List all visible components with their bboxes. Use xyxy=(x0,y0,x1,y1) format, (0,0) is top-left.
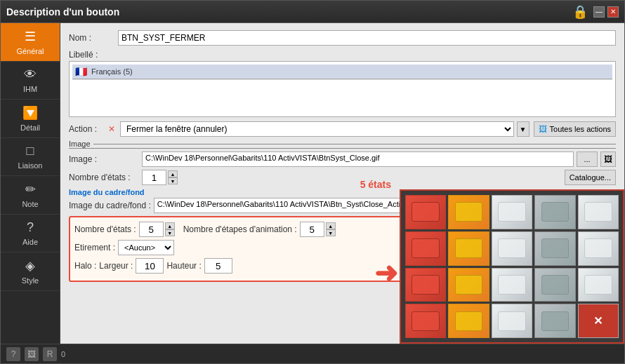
preview-cell[interactable] xyxy=(534,195,575,229)
btn-shape xyxy=(584,238,612,258)
preview-cell[interactable] xyxy=(492,268,532,302)
nb-etats-input[interactable] xyxy=(139,222,164,237)
window-title: Description d'un bouton xyxy=(6,6,119,18)
nb-etapes-up[interactable]: ▲ xyxy=(326,222,336,229)
nb-etapes-spinner-btns: ▲ ▼ xyxy=(326,222,336,236)
cadre-section-label: Image du cadre/fond xyxy=(69,188,145,196)
toutes-actions-label: Toutes les actions xyxy=(550,125,611,133)
sidebar-item-ihm[interactable]: 👁 IHM xyxy=(1,62,60,100)
nombre-etats-up[interactable]: ▲ xyxy=(168,170,178,177)
preview-cell[interactable] xyxy=(578,231,619,266)
image-section-label: Image xyxy=(69,140,91,148)
nombre-etats-down[interactable]: ▼ xyxy=(168,177,178,184)
sidebar-item-liaison[interactable]: □ Liaison xyxy=(1,138,60,176)
flag-icon: 🇫🇷 xyxy=(75,66,87,77)
btn-shape xyxy=(455,311,482,331)
cadre-image-label: Image du cadre/fond : xyxy=(69,201,151,210)
preview-cell[interactable] xyxy=(578,268,619,302)
bottom-help-button[interactable]: ? xyxy=(6,347,20,361)
preview-cell[interactable] xyxy=(578,195,619,229)
toutes-actions-button[interactable]: 🖼 Toutes les actions xyxy=(534,121,616,137)
close-button[interactable]: ✕ xyxy=(607,6,619,18)
large-arrow-icon: ➜ xyxy=(374,257,398,289)
preview-cell[interactable] xyxy=(448,268,489,302)
bottom-bar: ? 🖼 R 0 xyxy=(1,344,624,363)
preview-cell[interactable] xyxy=(405,195,446,229)
sidebar-label-note: Note xyxy=(22,200,38,208)
btn-shape xyxy=(584,275,612,295)
action-row: Action : ✕ Fermer la fenêtre (annuler) ▼… xyxy=(69,121,616,137)
image-browse-button[interactable]: ... xyxy=(577,151,598,167)
preview-cell[interactable] xyxy=(492,231,532,266)
halo-group: Halo : Largeur : Hauteur : xyxy=(74,258,232,274)
sidebar: ☰ Général 👁 IHM 🔽 Détail □ Liaison ✏ Not… xyxy=(1,23,60,344)
preview-cell[interactable] xyxy=(534,231,575,266)
largeur-input[interactable] xyxy=(136,258,164,274)
btn-shape xyxy=(584,202,612,222)
image-edit-button[interactable]: 🖼 xyxy=(600,151,616,167)
lock-icon: 🔒 xyxy=(572,4,588,20)
nom-input[interactable] xyxy=(118,30,616,46)
catalogue-button[interactable]: Catalogue... xyxy=(565,170,616,185)
sidebar-item-aide[interactable]: ? Aide xyxy=(1,215,60,252)
hauteur-label: Hauteur : xyxy=(166,261,201,271)
btn-shape xyxy=(455,202,482,222)
image-path-display: C:\WinDev 18\Personnel\Gabarits\110 Acti… xyxy=(142,151,574,167)
preview-cell[interactable] xyxy=(405,268,446,302)
style-icon: ◈ xyxy=(25,258,35,274)
etirement-select[interactable]: <Aucun> xyxy=(118,240,174,255)
toutes-icon: 🖼 xyxy=(539,124,547,134)
sidebar-label-style: Style xyxy=(22,276,39,285)
bottom-image-button[interactable]: 🖼 xyxy=(25,347,39,361)
main-content: ☰ Général 👁 IHM 🔽 Détail □ Liaison ✏ Not… xyxy=(1,23,624,344)
libelle-tab: Français (5) xyxy=(91,67,133,76)
nb-etats-spinner: ▲ ▼ xyxy=(139,222,175,237)
preview-cell[interactable] xyxy=(492,195,532,229)
preview-cell[interactable] xyxy=(405,304,446,338)
nb-etapes-input[interactable] xyxy=(300,222,324,237)
preview-cell[interactable] xyxy=(405,231,446,266)
minimize-button[interactable]: — xyxy=(593,6,605,18)
action-select[interactable]: Fermer la fenêtre (annuler) xyxy=(120,121,514,137)
preview-close-icon: ✕ xyxy=(593,314,603,328)
sidebar-item-note[interactable]: ✏ Note xyxy=(1,176,60,215)
sidebar-label-detail: Détail xyxy=(20,123,40,132)
btn-shape xyxy=(412,202,439,222)
note-icon: ✏ xyxy=(25,182,36,197)
largeur-label: Largeur : xyxy=(99,261,133,271)
hauteur-input[interactable] xyxy=(204,258,232,274)
sidebar-item-style[interactable]: ◈ Style xyxy=(1,252,60,291)
settings-icon: R xyxy=(47,349,53,359)
nb-etapes-down[interactable]: ▼ xyxy=(326,229,336,236)
ihm-icon: 👁 xyxy=(24,67,37,82)
preview-cell[interactable] xyxy=(448,304,489,338)
nombre-etats-input[interactable] xyxy=(142,170,166,185)
preview-cell[interactable] xyxy=(448,231,489,266)
btn-shape xyxy=(541,238,569,258)
libelle-label: Libellé : xyxy=(69,50,616,60)
btn-shape xyxy=(541,311,569,331)
liaison-icon: □ xyxy=(27,144,34,159)
nb-etats-down[interactable]: ▼ xyxy=(165,229,175,236)
libelle-textarea[interactable] xyxy=(74,82,610,114)
preview-close-cell[interactable]: ✕ xyxy=(578,304,619,338)
sidebar-label-ihm: IHM xyxy=(23,85,37,93)
libelle-text-input[interactable] xyxy=(72,79,612,116)
sidebar-item-detail[interactable]: 🔽 Détail xyxy=(1,100,60,138)
action-label: Action : xyxy=(69,124,104,134)
bottom-settings-button[interactable]: R xyxy=(43,347,57,361)
action-arrow-button[interactable]: ▼ xyxy=(517,121,529,137)
preview-cell[interactable] xyxy=(448,195,489,229)
nb-etats-group: Nombre d'états : ▲ ▼ xyxy=(74,222,175,237)
nb-etapes-spinner: ▲ ▼ xyxy=(300,222,336,237)
sidebar-item-general[interactable]: ☰ Général xyxy=(1,23,60,62)
halo-label: Halo : xyxy=(74,261,96,271)
libelle-tab-bar: 🇫🇷 Français (5) xyxy=(72,65,612,79)
libelle-section: Libellé : 🇫🇷 Français (5) xyxy=(69,50,616,117)
preview-panel: ✕ xyxy=(400,189,624,344)
preview-cell[interactable] xyxy=(534,304,575,338)
nb-etats-up[interactable]: ▲ xyxy=(165,222,175,229)
preview-cell[interactable] xyxy=(492,304,532,338)
preview-cell[interactable] xyxy=(534,268,575,302)
btn-shape xyxy=(498,202,525,222)
